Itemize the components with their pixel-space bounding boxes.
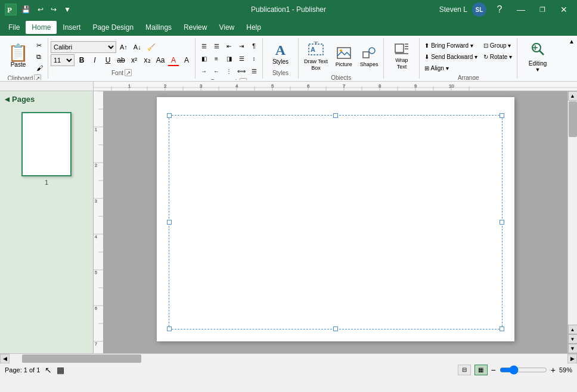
send-backward-btn[interactable]: ⬇ Send Backward ▾ bbox=[422, 51, 480, 62]
strikethrough-btn[interactable]: ab bbox=[115, 54, 127, 66]
handle-bm[interactable] bbox=[333, 326, 338, 331]
bring-forward-btn[interactable]: ⬆ Bring Forward ▾ bbox=[422, 40, 480, 51]
styles-button[interactable]: A Styles bbox=[265, 40, 296, 67]
restore-button[interactable]: ❐ bbox=[534, 1, 551, 18]
user-avatar[interactable]: SL bbox=[472, 2, 486, 17]
h-scroll-thumb[interactable] bbox=[22, 354, 141, 363]
cut-button[interactable]: ✂ bbox=[34, 40, 45, 51]
cursor-mode-btn[interactable]: ↖ bbox=[45, 365, 52, 375]
indent-btn[interactable]: → bbox=[198, 65, 210, 77]
clipboard-expand[interactable]: ↗ bbox=[34, 74, 41, 80]
font-family-select[interactable]: Calibri bbox=[51, 41, 116, 53]
canvas-area[interactable] bbox=[103, 91, 567, 353]
redo-quick-btn[interactable]: ↪ bbox=[48, 4, 59, 15]
menu-review[interactable]: Review bbox=[178, 21, 213, 34]
page-canvas[interactable] bbox=[157, 97, 514, 341]
hanging-indent-btn[interactable]: ← bbox=[210, 65, 222, 77]
h-scroll-right-btn[interactable]: ▶ bbox=[567, 354, 577, 363]
svg-text:9: 9 bbox=[414, 83, 417, 89]
list-numbered-btn[interactable]: ☰ bbox=[210, 40, 222, 52]
case-btn[interactable]: Aa bbox=[154, 54, 166, 66]
menu-mailings[interactable]: Mailings bbox=[139, 21, 178, 34]
horizontal-scrollbar[interactable]: ◀ ▶ bbox=[0, 353, 577, 363]
scroll-up-btn[interactable]: ▲ bbox=[568, 91, 578, 101]
superscript-btn[interactable]: x² bbox=[128, 54, 140, 66]
view-normal-btn[interactable]: ⊟ bbox=[458, 365, 471, 375]
page-thumbnail-1[interactable] bbox=[21, 112, 72, 176]
zoom-in-btn[interactable]: + bbox=[551, 365, 556, 375]
page-prev-btn[interactable]: ▲ bbox=[568, 325, 578, 334]
menu-page-design[interactable]: Page Design bbox=[86, 21, 139, 34]
menu-help[interactable]: Help bbox=[240, 21, 267, 34]
align-btn[interactable]: ⊞ Align ▾ bbox=[422, 63, 480, 73]
handle-bl[interactable] bbox=[167, 326, 172, 331]
wrap-label bbox=[386, 73, 417, 77]
minimize-button[interactable]: — bbox=[513, 1, 529, 18]
page-next-btn[interactable]: ▼ bbox=[568, 334, 578, 344]
save-quick-btn[interactable]: 💾 bbox=[19, 4, 33, 15]
clear-format-btn[interactable]: 🧹 bbox=[145, 42, 158, 52]
font-size-select[interactable]: 11 bbox=[51, 54, 75, 66]
shapes-icon bbox=[362, 46, 376, 61]
increase-indent-btn[interactable]: ⇥ bbox=[235, 40, 247, 52]
font-shrink-btn[interactable]: A↓ bbox=[131, 42, 144, 52]
scroll-thumb-v[interactable] bbox=[569, 101, 577, 137]
underline-btn[interactable]: U bbox=[102, 54, 114, 66]
italic-btn[interactable]: I bbox=[89, 54, 101, 66]
scroll-down-btn[interactable]: ▼ bbox=[568, 344, 578, 353]
bold-btn[interactable]: B bbox=[76, 54, 88, 66]
handle-tl[interactable] bbox=[167, 113, 172, 118]
h-scroll-track[interactable] bbox=[10, 354, 567, 363]
vertical-scrollbar[interactable]: ▲ ▲ ▼ ▼ bbox=[567, 91, 577, 353]
line-spacing-btn[interactable]: ↕ bbox=[248, 52, 260, 64]
undo-quick-btn[interactable]: ↩ bbox=[35, 4, 46, 15]
subscript-btn[interactable]: x₂ bbox=[141, 54, 153, 66]
markup-btn[interactable]: ▦ bbox=[57, 365, 64, 375]
highlight-btn[interactable]: A bbox=[181, 54, 193, 66]
wrap-text-button[interactable]: WrapText bbox=[386, 40, 417, 72]
quick-access-more-btn[interactable]: ▼ bbox=[61, 4, 73, 15]
text-box-selection[interactable] bbox=[169, 115, 502, 329]
shapes-button[interactable]: Shapes bbox=[357, 40, 381, 73]
menu-home[interactable]: Home bbox=[26, 21, 57, 34]
menu-file[interactable]: File bbox=[2, 21, 26, 34]
handle-mr[interactable] bbox=[500, 220, 504, 225]
picture-button[interactable]: Picture bbox=[332, 40, 356, 73]
help-button[interactable]: ? bbox=[491, 1, 508, 18]
list-bullet-btn[interactable]: ☰ bbox=[198, 40, 210, 52]
font-color-btn[interactable]: A bbox=[167, 54, 179, 66]
draw-text-box-button[interactable]: A Draw TextBox bbox=[301, 40, 331, 73]
align-right-btn[interactable]: ◨ bbox=[223, 52, 235, 64]
hyphenation-btn[interactable]: ⟺ bbox=[235, 65, 247, 77]
pages-collapse-btn[interactable]: ◀ bbox=[5, 96, 10, 102]
extra-btn[interactable]: ☰ bbox=[248, 65, 260, 77]
view-page-btn[interactable]: ▦ bbox=[474, 365, 488, 375]
menu-insert[interactable]: Insert bbox=[57, 21, 86, 34]
scroll-track-v[interactable] bbox=[568, 101, 578, 325]
paste-button[interactable]: 📋 Paste bbox=[4, 40, 33, 72]
handle-tr[interactable] bbox=[500, 113, 504, 118]
show-formatting-btn[interactable]: ¶ bbox=[248, 40, 260, 52]
align-center-btn[interactable]: ≡ bbox=[210, 52, 222, 64]
rotate-btn[interactable]: ↻ Rotate ▾ bbox=[481, 51, 514, 62]
handle-tm[interactable] bbox=[333, 113, 338, 118]
menu-view[interactable]: View bbox=[213, 21, 240, 34]
align-justify-btn[interactable]: ☰ bbox=[235, 52, 247, 64]
zoom-slider[interactable] bbox=[500, 366, 547, 374]
close-button[interactable]: ✕ bbox=[556, 1, 572, 18]
handle-br[interactable] bbox=[500, 326, 504, 331]
handle-ml[interactable] bbox=[167, 220, 172, 225]
editing-button[interactable]: Editing ▼ bbox=[520, 40, 556, 73]
paragraph-expand[interactable]: ↗ bbox=[240, 78, 247, 80]
ribbon-collapse-btn[interactable]: ▲ bbox=[569, 38, 575, 45]
h-scroll-left-btn[interactable]: ◀ bbox=[0, 354, 10, 363]
zoom-out-btn[interactable]: − bbox=[491, 365, 496, 375]
font-grow-btn[interactable]: A↑ bbox=[117, 42, 130, 52]
group-btn[interactable]: ⊡ Group ▾ bbox=[481, 40, 514, 51]
format-painter-button[interactable]: 🖌 bbox=[34, 63, 45, 73]
align-left-btn[interactable]: ◧ bbox=[198, 52, 210, 64]
columns-btn[interactable]: ⋮ bbox=[223, 65, 235, 77]
copy-button[interactable]: ⧉ bbox=[34, 51, 45, 62]
decrease-indent-btn[interactable]: ⇤ bbox=[223, 40, 235, 52]
font-expand[interactable]: ↗ bbox=[125, 69, 132, 76]
